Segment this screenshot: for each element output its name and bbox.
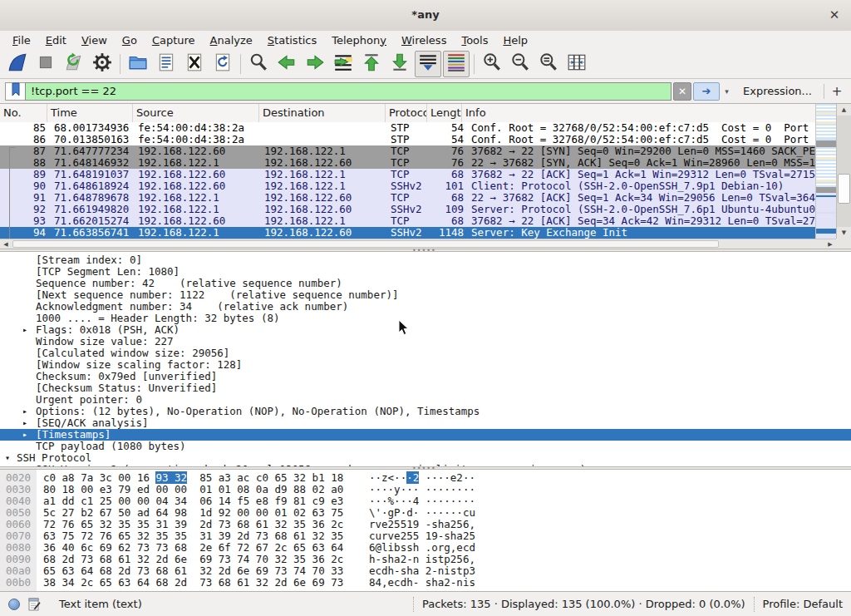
capture-comment-icon[interactable] — [27, 598, 41, 611]
profile-status[interactable]: Profile: Default — [754, 597, 851, 612]
packet-row-90[interactable]: 9071.648618924192.168.122.60192.168.122.… — [0, 180, 815, 192]
expression-button[interactable]: Expression... — [743, 85, 812, 97]
detail-line[interactable]: [TCP Segment Len: 1080] — [0, 266, 851, 278]
packet-row-89[interactable]: 8971.648191037192.168.122.60192.168.122.… — [0, 169, 815, 180]
detail-line[interactable]: 1000 .... = Header Length: 32 bytes (8) — [0, 313, 851, 324]
filter-apply-icon[interactable]: ➔ — [693, 82, 720, 101]
packet-row-87[interactable]: 8771.647777234192.168.122.60192.168.122.… — [0, 145, 815, 157]
column-header-source[interactable]: Source — [133, 104, 259, 122]
open-file-button[interactable] — [125, 51, 151, 77]
go-to-packet-button[interactable] — [330, 51, 357, 77]
filter-history-dropdown-icon[interactable]: ▾ — [721, 83, 733, 100]
detail-line-ssh-protocol[interactable]: ▾SSH Protocol — [0, 452, 851, 464]
detail-line[interactable]: Acknowledgment number: 34 (relative ack … — [0, 301, 851, 313]
packet-row-93[interactable]: 9371.662015274192.168.122.60192.168.122.… — [0, 215, 815, 227]
resize-columns-button[interactable] — [563, 51, 590, 77]
hex-row[interactable]: 00b038 34 2c 65 63 64 68 2d 73 68 61 32 … — [0, 577, 851, 589]
menu-statistics[interactable]: Statistics — [260, 32, 324, 48]
toolbar-separator — [474, 54, 475, 74]
hex-row[interactable]: 008036 40 6c 69 62 73 73 68 2e 6f 72 67 … — [0, 542, 851, 554]
go-forward-button[interactable] — [302, 51, 328, 77]
detail-line[interactable]: Sequence number: 42 (relative sequence n… — [0, 278, 851, 289]
filter-bookmark-button[interactable] — [5, 82, 25, 101]
zoom-out-button[interactable] — [507, 51, 534, 77]
hex-row[interactable]: 009068 2d 73 68 61 32 2d 6e 69 73 74 70 … — [0, 554, 851, 565]
menu-view[interactable]: View — [74, 32, 115, 48]
hscrollbar-thumb[interactable] — [12, 240, 719, 248]
detail-line[interactable]: [Window size scaling factor: 128] — [0, 359, 851, 371]
packet-minimap[interactable] — [815, 104, 836, 239]
go-to-bottom-button[interactable] — [386, 51, 413, 77]
auto-scroll-button[interactable] — [415, 51, 441, 77]
detail-line[interactable]: [Calculated window size: 29056] — [0, 347, 851, 359]
close-file-button[interactable] — [181, 51, 208, 77]
hex-row[interactable]: 0040a1 dd c1 25 00 00 04 34 06 14 f5 e8 … — [0, 495, 851, 507]
start-capture-button[interactable] — [4, 51, 31, 77]
detail-line[interactable]: Urgent pointer: 0 — [0, 394, 851, 406]
colorize-icon — [446, 52, 466, 75]
go-back-button[interactable] — [273, 51, 300, 77]
go-to-top-button[interactable] — [358, 51, 385, 77]
detail-line-timestamps-selected[interactable]: ▸[Timestamps] — [0, 429, 851, 441]
hex-row[interactable]: 003080 18 00 e3 79 ed 00 00 01 01 08 0a … — [0, 484, 851, 495]
scroll-down-icon[interactable]: ▼ — [837, 227, 851, 239]
menu-edit[interactable]: Edit — [38, 32, 74, 48]
find-packet-button[interactable] — [245, 51, 272, 77]
column-header-info[interactable]: Info — [462, 104, 815, 122]
scroll-up-icon[interactable]: ▲ — [837, 104, 851, 116]
column-header-time[interactable]: Time — [47, 104, 133, 122]
column-header-no[interactable]: No. — [0, 104, 47, 122]
column-header-destination[interactable]: Destination — [259, 104, 386, 122]
packet-row-92[interactable]: 9271.661949820192.168.122.1192.168.122.6… — [0, 204, 815, 215]
menu-analyze[interactable]: Analyze — [203, 32, 260, 48]
window-title: *any — [0, 8, 851, 21]
hex-row[interactable]: 00505c 27 b2 67 50 ad 64 98 1d 92 00 00 … — [0, 507, 851, 519]
menu-telephony[interactable]: Telephony — [324, 32, 394, 48]
close-icon[interactable]: ✕ — [826, 7, 843, 23]
column-header-length[interactable]: Length — [427, 104, 462, 122]
folder-icon — [128, 52, 148, 75]
vertical-scrollbar[interactable]: ▲ ▼ — [836, 104, 851, 239]
packet-row-86[interactable]: 8670.013850163fe:54:00:d4:38:2aSTP54Conf… — [0, 134, 815, 145]
detail-line-seq-ack[interactable]: ▸[SEQ/ACK analysis] — [0, 417, 851, 429]
expert-info-icon[interactable] — [8, 599, 20, 610]
filter-clear-icon[interactable]: ✕ — [673, 82, 691, 101]
column-header-protocol[interactable]: Protocol — [386, 104, 427, 122]
detail-line[interactable]: TCP payload (1080 bytes) — [0, 441, 851, 452]
reload-icon — [213, 52, 233, 75]
menu-tools[interactable]: Tools — [454, 32, 495, 48]
hex-row[interactable]: 007063 75 72 76 65 32 35 35 31 39 2d 73 … — [0, 530, 851, 542]
menu-help[interactable]: Help — [495, 32, 535, 48]
zoom-in-button[interactable] — [479, 51, 505, 77]
restart-capture-button[interactable] — [61, 51, 87, 77]
menu-go[interactable]: Go — [115, 32, 145, 48]
hex-row[interactable]: 006072 76 65 32 35 35 31 39 2d 73 68 61 … — [0, 519, 851, 530]
colorize-button[interactable] — [443, 51, 470, 77]
detail-line[interactable]: [Checksum Status: Unverified] — [0, 382, 851, 394]
save-file-button[interactable] — [153, 51, 180, 77]
display-filter-input[interactable] — [25, 82, 671, 101]
menu-wireless[interactable]: Wireless — [394, 32, 454, 48]
capture-options-button[interactable] — [89, 51, 116, 77]
scroll-right-icon[interactable]: ▶ — [824, 239, 836, 249]
detail-line[interactable]: Window size value: 227 — [0, 336, 851, 347]
zoom-100-button[interactable] — [535, 51, 562, 77]
detail-line[interactable]: [Next sequence number: 1122 (relative se… — [0, 289, 851, 301]
detail-line[interactable]: [Stream index: 0] — [0, 254, 851, 266]
scrollbar-thumb[interactable] — [838, 174, 850, 204]
hex-row[interactable]: 00a065 63 64 68 2d 73 68 61 32 2d 6e 69 … — [0, 565, 851, 577]
packet-row-94-selected[interactable]: 9471.663856741192.168.122.1192.168.122.6… — [0, 227, 815, 239]
packet-row-85[interactable]: 8568.001734936fe:54:00:d4:38:2aSTP54Conf… — [0, 122, 815, 134]
packet-row-91[interactable]: 9171.648789678192.168.122.1192.168.122.6… — [0, 192, 815, 204]
menu-capture[interactable]: Capture — [145, 32, 203, 48]
stop-capture-button[interactable] — [32, 51, 59, 77]
detail-line-flags[interactable]: ▸Flags: 0x018 (PSH, ACK) — [0, 324, 851, 336]
packet-row-88[interactable]: 8871.648146932192.168.122.1192.168.122.6… — [0, 157, 815, 169]
reload-file-button[interactable] — [209, 51, 236, 77]
detail-line[interactable]: Checksum: 0x79ed [unverified] — [0, 371, 851, 382]
hex-row[interactable]: 0020c0 a8 7a 3c 00 16 93 32 85 a3 ac c0 … — [0, 472, 851, 484]
add-filter-button[interactable]: + — [828, 82, 846, 101]
detail-line-options[interactable]: ▸Options: (12 bytes), No-Operation (NOP)… — [0, 406, 851, 417]
menu-file[interactable]: File — [5, 32, 38, 48]
scroll-left-icon[interactable]: ◀ — [0, 239, 12, 249]
